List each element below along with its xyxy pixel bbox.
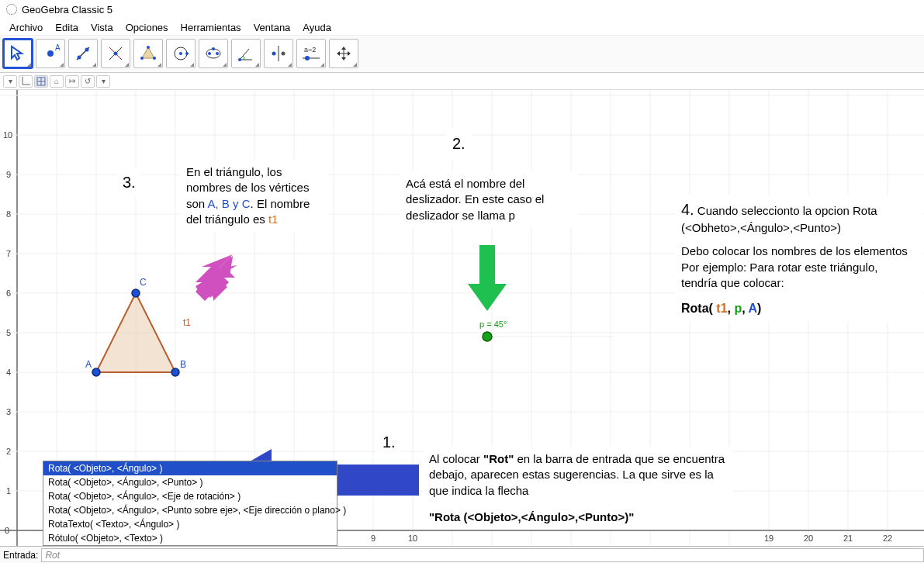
- svg-point-0: [47, 50, 54, 57]
- app-logo-icon: [6, 4, 17, 15]
- input-label: Entrada:: [0, 550, 41, 561]
- tool-circle[interactable]: [166, 39, 196, 68]
- tool-perpendicular[interactable]: [101, 39, 130, 68]
- note-2-text: Acá está el nombre del deslizador. En es…: [400, 171, 578, 228]
- svg-point-24: [305, 56, 310, 60]
- autocomplete-popup: Rota( <Objeto>, <Ángulo> ) Rota( <Objeto…: [43, 461, 337, 546]
- svg-text:5: 5: [6, 328, 11, 337]
- slider-label: p = 45°: [479, 319, 507, 329]
- svg-text:A: A: [55, 44, 60, 52]
- subbar-axes-icon[interactable]: [19, 75, 33, 88]
- svg-marker-93: [200, 256, 231, 297]
- menu-edita[interactable]: Edita: [50, 20, 83, 33]
- svg-text:10: 10: [408, 534, 417, 543]
- svg-point-3: [78, 56, 81, 60]
- note-3-num: 3.: [116, 168, 142, 198]
- svg-point-7: [114, 52, 118, 56]
- command-input[interactable]: [41, 548, 924, 562]
- svg-text:21: 21: [843, 534, 853, 543]
- tool-ellipse[interactable]: [199, 39, 228, 68]
- svg-text:1: 1: [6, 486, 11, 496]
- tool-move-view[interactable]: [329, 39, 358, 68]
- svg-text:3: 3: [6, 407, 11, 416]
- suggestion-item[interactable]: RotaTexto( <Texto>, <Ángulo> ): [43, 517, 337, 531]
- svg-point-10: [140, 57, 144, 60]
- svg-text:2: 2: [6, 447, 11, 456]
- label-B: B: [180, 359, 186, 370]
- suggestion-item[interactable]: Rota( <Objeto>, <Ángulo>, <Punto> ): [43, 475, 337, 489]
- subbar-dropdown2-icon[interactable]: ▾: [96, 75, 110, 88]
- svg-text:9: 9: [6, 170, 11, 179]
- note-3-text: En el triángulo, los nombres de los vért…: [180, 160, 327, 232]
- tool-reflect[interactable]: [264, 39, 293, 68]
- subbar-undo-icon[interactable]: ↺: [81, 75, 95, 88]
- label-C: C: [140, 277, 147, 288]
- tool-move[interactable]: [3, 39, 33, 68]
- subbar-home-icon[interactable]: ⌂: [50, 75, 64, 88]
- svg-rect-94: [479, 245, 495, 284]
- menubar: Archivo Edita Vista Opciones Herramienta…: [0, 19, 924, 36]
- svg-text:19: 19: [764, 534, 773, 543]
- svg-text:8: 8: [6, 209, 11, 219]
- suggestion-item[interactable]: Rota( <Objeto>, <Ángulo>, <Punto sobre e…: [43, 503, 337, 517]
- svg-text:22: 22: [883, 534, 892, 543]
- subbar-snap-icon[interactable]: ↦: [65, 75, 79, 88]
- tool-line[interactable]: [68, 39, 98, 68]
- svg-point-17: [212, 47, 215, 50]
- label-t1: t1: [183, 317, 191, 328]
- point-B[interactable]: [171, 368, 179, 376]
- label-A: A: [85, 359, 92, 370]
- svg-text:a=2: a=2: [304, 46, 316, 54]
- svg-point-8: [147, 46, 150, 49]
- note-1-text: Al colocar "Rot" en la barra de entrada …: [423, 447, 733, 530]
- input-bar: Entrada:: [0, 546, 924, 563]
- svg-point-18: [238, 58, 241, 61]
- menu-ayuda[interactable]: Ayuda: [298, 20, 336, 33]
- note-4: 4. Cuando seleccionto la opcion Rota (<O…: [675, 195, 923, 322]
- svg-text:9: 9: [371, 534, 375, 543]
- view-subbar: ▾ ⌂ ↦ ↺ ▾: [0, 73, 924, 90]
- menu-herramientas[interactable]: Herramientas: [176, 20, 246, 33]
- subbar-dropdown-icon[interactable]: ▾: [3, 75, 17, 88]
- note-2-num: 2.: [446, 129, 472, 159]
- tool-angle[interactable]: [231, 39, 261, 68]
- svg-point-15: [208, 52, 211, 55]
- menu-opciones[interactable]: Opciones: [121, 20, 173, 33]
- svg-point-4: [85, 48, 89, 52]
- svg-text:20: 20: [804, 534, 813, 543]
- point-A[interactable]: [92, 368, 100, 376]
- suggestion-item[interactable]: Rota( <Objeto>, <Ángulo> ): [43, 461, 337, 475]
- arrow-magenta-final: [194, 254, 237, 303]
- svg-text:7: 7: [6, 249, 11, 258]
- arrow-green-icon: [464, 245, 510, 315]
- suggestion-item[interactable]: Rota( <Objeto>, <Ángulo>, <Eje de rotaci…: [43, 489, 337, 503]
- toolbar: A a=2: [0, 36, 924, 73]
- svg-point-16: [216, 52, 219, 55]
- svg-text:6: 6: [6, 288, 11, 298]
- svg-point-21: [282, 52, 286, 56]
- tool-point[interactable]: A: [36, 39, 65, 68]
- svg-point-9: [153, 57, 156, 60]
- slider-knob[interactable]: [483, 332, 492, 341]
- svg-point-12: [179, 52, 182, 55]
- svg-text:4: 4: [6, 368, 11, 377]
- svg-marker-95: [468, 284, 507, 311]
- subbar-grid-icon[interactable]: [34, 75, 48, 88]
- tool-polygon[interactable]: [133, 39, 163, 68]
- point-C[interactable]: [132, 289, 140, 297]
- svg-point-13: [185, 52, 189, 55]
- menu-vista[interactable]: Vista: [86, 20, 118, 33]
- menu-archivo[interactable]: Archivo: [5, 20, 47, 33]
- tool-slider[interactable]: a=2: [296, 39, 326, 68]
- window-title: GeoGebra Classic 5: [22, 4, 112, 16]
- svg-text:0: 0: [5, 526, 9, 535]
- menu-ventana[interactable]: Ventana: [249, 20, 296, 33]
- window-titlebar: GeoGebra Classic 5: [0, 0, 924, 19]
- svg-text:10: 10: [3, 130, 12, 140]
- svg-point-20: [272, 52, 276, 56]
- suggestion-item[interactable]: Rótulo( <Objeto>, <Texto> ): [43, 531, 337, 545]
